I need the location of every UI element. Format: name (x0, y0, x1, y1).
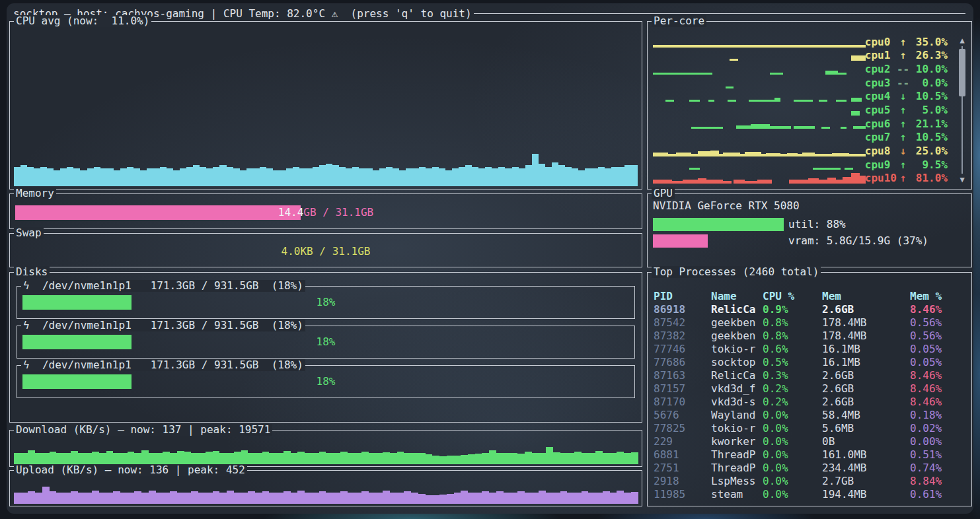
process-row[interactable]: 87542geekben0.8%178.4MB0.56% (654, 316, 966, 329)
process-row[interactable]: 2751ThreadP0.0%234.4MB0.74% (654, 462, 966, 475)
process-row[interactable]: 87157vkd3d_f0.2%2.6GB8.46% (654, 382, 966, 396)
process-cell: 8.84% (910, 475, 966, 488)
chart-bar (478, 168, 485, 186)
chart-bar (454, 456, 461, 464)
chart-bar (21, 493, 28, 504)
chart-bar (71, 451, 78, 464)
process-cell: ThreadP (711, 462, 763, 475)
scrollbar-track[interactable] (961, 46, 963, 174)
process-row[interactable]: 86918RelicCa0.9%2.6GB8.46% (654, 303, 966, 316)
chart-bar (603, 491, 610, 504)
chart-bar (54, 170, 60, 186)
chart-bar (332, 165, 339, 186)
chart-bar (177, 493, 184, 504)
memory-gauge-label: 14.4GB / 31.1GB (15, 205, 636, 220)
chart-bar (452, 168, 459, 186)
process-cell: 86918 (654, 303, 711, 316)
process-row[interactable]: 77686socktop0.5%16.1MB0.05% (654, 356, 966, 369)
chart-bar (198, 453, 206, 464)
process-cell: 0.0% (763, 435, 822, 448)
chart-bar (120, 168, 127, 186)
chart-bar (56, 493, 63, 504)
chart-bar (241, 493, 248, 504)
chart-bar (163, 452, 170, 464)
chart-bar (333, 453, 340, 464)
core-row-cpu9: cpu9↑9.5% (653, 158, 966, 172)
chart-bar (28, 450, 35, 464)
column-header: Name (711, 290, 763, 303)
process-cell: steam (711, 488, 763, 501)
chart-bar (227, 491, 234, 504)
chart-bar (219, 453, 227, 464)
chart-bar (107, 168, 114, 186)
chart-bar (262, 452, 270, 464)
chart-bar (180, 168, 186, 186)
process-table: PIDNameCPU %MemMem % 86918RelicCa0.9%2.6… (654, 290, 966, 501)
chart-bar (553, 493, 560, 504)
core-label: cpu1↑26.3% (865, 49, 948, 63)
chart-bar (120, 453, 128, 464)
column-header: CPU % (763, 290, 822, 303)
per-core-rows: cpu0↑35.0%cpu1↑26.3%cpu2--10.0%cpu3--0.0… (653, 35, 966, 185)
chart-bar (206, 493, 213, 504)
process-row[interactable]: 77746tokio-r0.6%16.1MB0.05% (654, 343, 966, 356)
sparkline-segment (851, 111, 860, 116)
chart-bar (354, 453, 361, 464)
process-cell: 8.46% (910, 382, 966, 396)
chart-bar (468, 454, 475, 464)
chart-bar (100, 168, 107, 186)
chart-bar (560, 453, 568, 464)
chart-bar (346, 168, 352, 186)
percore-scrollbar[interactable]: ▲ ▼ (958, 36, 967, 184)
process-row[interactable]: 229kworker0.0%0B0.00% (654, 435, 966, 448)
chart-bar (149, 453, 156, 464)
process-row[interactable]: 5676Wayland0.0%58.4MB0.18% (654, 409, 966, 422)
process-cell: 16.1MB (822, 343, 910, 356)
process-row[interactable]: 2918LspMess0.0%2.7GB8.84% (654, 475, 966, 488)
core-label: cpu8↓25.0% (865, 144, 948, 158)
chart-bar (567, 493, 574, 504)
memory-total-text: GB / 31.1GB (303, 206, 373, 219)
process-cell: 87382 (654, 329, 711, 343)
chart-bar (354, 493, 361, 504)
disks-panel: Disks ϟ /dev/nvme1n1p1 171.3GB / 931.5GB… (9, 272, 642, 423)
sparkline-segment (813, 168, 841, 170)
chart-bar (572, 168, 578, 186)
chart-bar (297, 491, 305, 504)
process-row[interactable]: 11985steam0.0%194.4MB0.61% (654, 488, 966, 501)
sparkline-segment (728, 100, 736, 102)
chart-bar (276, 493, 283, 504)
chart-bar (624, 453, 631, 464)
core-row-cpu2: cpu2--10.0% (653, 62, 966, 76)
process-cell: 58.4MB (822, 409, 910, 422)
sparkline-segment (774, 98, 781, 102)
column-header: Mem % (910, 290, 966, 303)
process-row[interactable]: 6881ThreadP0.0%161.0MB0.51% (654, 448, 966, 462)
scroll-up-icon[interactable]: ▲ (960, 36, 964, 44)
chart-bar (418, 453, 426, 464)
process-row[interactable]: 87382geekben0.8%178.4MB0.56% (654, 329, 966, 343)
chart-bar (591, 168, 598, 186)
scroll-down-icon[interactable]: ▼ (960, 176, 964, 184)
sparkline-segment (708, 100, 715, 102)
core-sparkline (653, 117, 866, 131)
chart-bar (445, 170, 452, 186)
processes-panel: Top Processes (2460 total) PIDNameCPU %M… (647, 272, 972, 506)
process-row[interactable]: 87170vkd3d-s0.2%2.6GB8.46% (654, 396, 966, 409)
scrollbar-thumb[interactable] (959, 49, 965, 96)
chart-bar (127, 167, 133, 186)
chart-bar (92, 452, 99, 464)
core-sparkline (653, 49, 866, 63)
core-sparkline (653, 130, 866, 144)
chart-bar (582, 453, 589, 464)
sparkline-segment (751, 124, 770, 129)
chart-bar (432, 495, 439, 504)
process-row[interactable]: 87163RelicCa0.3%2.6GB8.46% (654, 369, 966, 382)
core-trend-icon: ↑ (897, 104, 909, 116)
chart-bar (582, 491, 589, 504)
download-title: Download (KB/s) — now: 137 | peak: 19571 (14, 424, 272, 436)
disk-gauge: 18% (22, 295, 629, 310)
process-cell: vkd3d_f (711, 382, 763, 396)
process-row[interactable]: 77825tokio-r0.0%5.6MB0.02% (654, 422, 966, 435)
chart-bar (489, 493, 496, 504)
